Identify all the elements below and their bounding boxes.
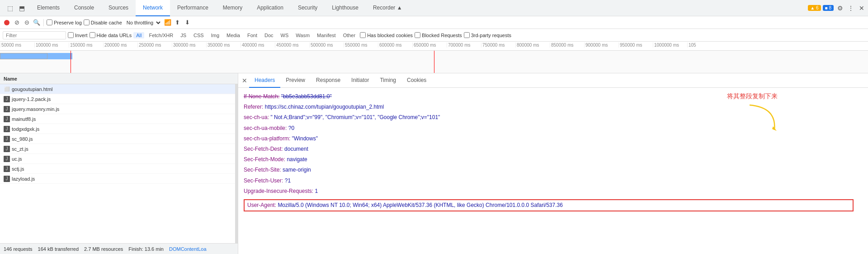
settings-icon[interactable]: ⚙: [835, 4, 844, 13]
tick-6: 350000 ms: [206, 43, 241, 48]
tab-timing[interactable]: Timing: [374, 73, 401, 88]
has-blocked-cookies-label[interactable]: Has blocked cookies: [360, 32, 413, 38]
file-list-header-text: Name: [4, 76, 17, 81]
tab-bar: ⬚ ⬒ Elements Console Sources Network Per…: [0, 0, 868, 16]
filter-css-btn[interactable]: CSS: [191, 32, 207, 38]
filter-input[interactable]: [3, 31, 66, 39]
tab-recorder[interactable]: Recorder ▲: [366, 0, 410, 16]
third-party-checkbox[interactable]: [464, 32, 470, 38]
js-icon: J: [4, 116, 10, 122]
blocked-requests-label[interactable]: Blocked Requests: [415, 32, 462, 38]
list-item[interactable]: J sctj.js: [0, 164, 235, 174]
filter-icon-btn[interactable]: ⊝: [23, 19, 31, 27]
blocked-requests-checkbox[interactable]: [415, 32, 420, 38]
js-icon: J: [4, 136, 10, 142]
filter-font-btn[interactable]: Font: [245, 32, 260, 38]
filter-other-btn[interactable]: Other: [340, 32, 359, 38]
filter-doc-btn[interactable]: Doc: [262, 32, 276, 38]
list-item[interactable]: J mainutf8.js: [0, 114, 235, 124]
file-scrollbar[interactable]: [235, 84, 238, 243]
filter-media-btn[interactable]: Media: [224, 32, 243, 38]
third-party-label[interactable]: 3rd-party requests: [464, 32, 511, 38]
invert-checkbox[interactable]: [68, 32, 74, 38]
clear-btn[interactable]: ⊘: [13, 19, 21, 27]
wifi-icon-btn[interactable]: 📶: [164, 19, 172, 27]
tab-elements[interactable]: Elements: [30, 0, 67, 16]
js-icon: J: [4, 106, 10, 112]
list-item[interactable]: J todgxdgxk.js: [0, 124, 235, 134]
tab-lighthouse[interactable]: Lighthouse: [325, 0, 366, 16]
tab-performance[interactable]: Performance: [170, 0, 216, 16]
tab-headers[interactable]: Headers: [249, 73, 280, 88]
filter-js-btn[interactable]: JS: [178, 32, 189, 38]
preserve-log-text: Preserve log: [54, 20, 82, 25]
search-btn[interactable]: 🔍: [33, 19, 41, 27]
status-bar: 146 requests 164 kB transferred 2.7 MB r…: [0, 243, 238, 254]
headers-close-btn[interactable]: ✕: [240, 76, 249, 85]
tick-18: 950000 ms: [618, 43, 653, 48]
tab-response[interactable]: Response: [311, 73, 346, 88]
record-btn[interactable]: [3, 19, 11, 27]
list-item[interactable]: J uc.js: [0, 154, 235, 164]
tab-memory[interactable]: Memory: [216, 0, 250, 16]
timeline-area[interactable]: 50000 ms 100000 ms 150000 ms 200000 ms 2…: [0, 42, 868, 73]
header-value-user-agent: Mozilla/5.0 (Windows NT 10.0; Win64; x64…: [278, 202, 563, 208]
tick-9: 500000 ms: [309, 43, 344, 48]
filter-wasm-btn[interactable]: Wasm: [293, 32, 312, 38]
preserve-log-checkbox[interactable]: [47, 19, 52, 25]
tick-8: 450000 ms: [275, 43, 309, 48]
device-icon[interactable]: ⬒: [17, 4, 26, 13]
more-options-icon[interactable]: ⋮: [846, 4, 855, 13]
header-value: same-origin: [283, 167, 311, 173]
file-name: gougoutupian.html: [12, 86, 53, 92]
disable-cache-label[interactable]: Disable cache: [84, 19, 122, 25]
has-blocked-cookies-checkbox[interactable]: [360, 32, 366, 38]
header-value: 1: [315, 188, 318, 194]
close-devtools-icon[interactable]: ✕: [857, 4, 866, 13]
invert-label[interactable]: Invert: [68, 32, 88, 38]
info-badge: ■ 8: [823, 5, 834, 11]
file-list[interactable]: ⬜ gougoutupian.html J jquery-1.2.pack.js…: [0, 84, 235, 243]
preserve-log-label[interactable]: Preserve log: [47, 19, 82, 25]
file-panel-inner: ⬜ gougoutupian.html J jquery-1.2.pack.js…: [0, 84, 238, 243]
list-item[interactable]: J jquery-1.2.pack.js: [0, 94, 235, 104]
disable-cache-checkbox[interactable]: [84, 19, 90, 25]
filter-manifest-btn[interactable]: Manifest: [314, 32, 339, 38]
resources-size: 2.7 MB resources: [84, 246, 123, 252]
tick-19: 1000000 ms: [653, 43, 687, 48]
tab-security[interactable]: Security: [291, 0, 325, 16]
throttle-select[interactable]: No throttling: [124, 19, 162, 26]
tab-console[interactable]: Console: [67, 0, 101, 16]
tick-4: 250000 ms: [137, 43, 172, 48]
tab-network[interactable]: Network: [136, 0, 170, 16]
tab-preview[interactable]: Preview: [280, 73, 311, 88]
upload-icon-btn[interactable]: ⬆: [174, 19, 182, 27]
list-item[interactable]: J lazyload.js: [0, 174, 235, 184]
list-item[interactable]: J sc_zt.js: [0, 144, 235, 154]
filter-img-btn[interactable]: Img: [208, 32, 222, 38]
headers-tab-bar: ✕ Headers Preview Response Initiator Tim…: [238, 73, 868, 88]
filter-ws-btn[interactable]: WS: [278, 32, 292, 38]
domcontent-link[interactable]: DOMContentLoa: [169, 246, 207, 252]
list-item[interactable]: J jquery.masonry.min.js: [0, 104, 235, 114]
timeline-ruler: 50000 ms 100000 ms 150000 ms 200000 ms 2…: [0, 42, 868, 51]
filter-all-btn[interactable]: All: [133, 32, 144, 38]
header-value: ?0: [288, 125, 294, 131]
tab-initiator[interactable]: Initiator: [346, 73, 374, 88]
list-item[interactable]: J sc_980.js: [0, 134, 235, 144]
hide-data-urls-checkbox[interactable]: [90, 32, 95, 38]
list-item[interactable]: ⬜ gougoutupian.html: [0, 84, 235, 94]
has-blocked-cookies-text: Has blocked cookies: [367, 33, 413, 38]
tab-sources[interactable]: Sources: [101, 0, 136, 16]
tab-application[interactable]: Application: [250, 0, 291, 16]
inspect-icon[interactable]: ⬚: [5, 4, 14, 13]
header-row-upgrade-insecure: Upgrade-Insecure-Requests: 1: [244, 186, 863, 196]
filter-fetch-xhr-btn[interactable]: Fetch/XHR: [146, 32, 176, 38]
tab-cookies[interactable]: Cookies: [401, 73, 432, 88]
header-row-sec-fetch-user: Sec-Fetch-User: ?1: [244, 176, 863, 186]
header-name: Sec-Fetch-Site:: [244, 167, 281, 173]
hide-data-urls-label[interactable]: Hide data URLs: [90, 32, 132, 38]
download-icon-btn[interactable]: ⬇: [184, 19, 192, 27]
headers-content[interactable]: 将其整段复制下来 If-None-Match: "bb5e3abb53dd81:…: [238, 88, 868, 254]
header-name: Sec-Fetch-User:: [244, 177, 283, 184]
